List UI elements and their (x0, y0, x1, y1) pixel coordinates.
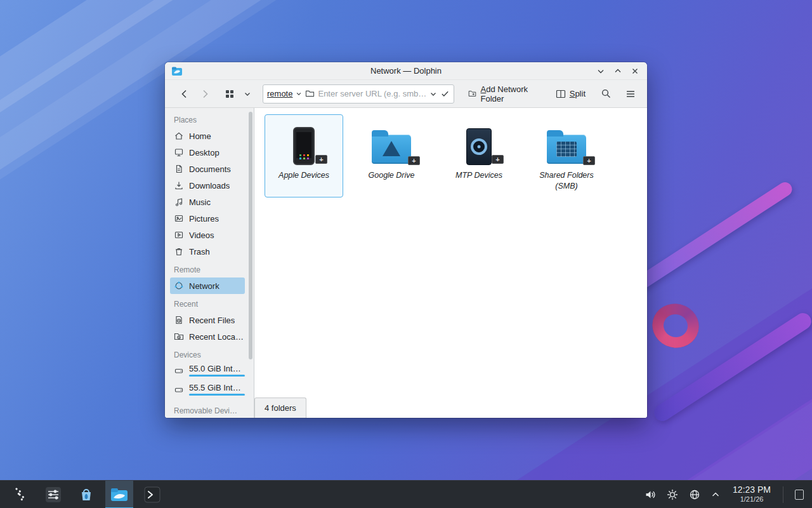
taskbar-panel: 12:23 PM 1/21/26 (0, 480, 812, 508)
hamburger-menu-button[interactable] (623, 84, 638, 104)
emblem-icon (408, 156, 420, 165)
emblem-icon (583, 156, 595, 165)
split-view-icon (556, 90, 566, 98)
documents-icon (174, 164, 184, 174)
sidebar-item-downloads[interactable]: Downloads (170, 177, 245, 194)
section-label-remote: Remote (174, 265, 247, 274)
network-tray-icon[interactable] (688, 488, 701, 501)
clock-time: 12:23 PM (733, 485, 771, 496)
app-launcher-button[interactable] (6, 481, 34, 508)
capacity-bar (189, 375, 245, 377)
sidebar-item-desktop[interactable]: Desktop (170, 144, 245, 161)
sidebar-item-pictures[interactable]: Pictures (170, 210, 245, 227)
url-dropdown-chevron[interactable] (429, 90, 437, 98)
apple-devices-icon (293, 127, 315, 165)
scrollbar-thumb[interactable] (249, 112, 252, 359)
minimize-button[interactable] (595, 65, 606, 77)
sidebar-item-music[interactable]: Music (170, 194, 245, 210)
harddisk-icon (174, 366, 184, 376)
recent-files-icon (174, 315, 184, 325)
sidebar-item-home[interactable]: Home (170, 128, 245, 144)
wallpaper-ring (648, 298, 704, 352)
smb-folder-icon (547, 135, 586, 164)
folder-view[interactable]: Apple Devices Google Drive (254, 108, 647, 418)
file-item-mtp-devices[interactable]: MTP Devices (440, 114, 518, 197)
pictures-icon (174, 213, 184, 224)
sidebar-item-documents[interactable]: Documents (170, 161, 245, 177)
section-label-removable-devices: Removable Devi… (174, 406, 247, 415)
file-item-google-drive[interactable]: Google Drive (352, 114, 431, 197)
window-title: Network — Dolphin (165, 66, 647, 76)
music-icon (174, 197, 184, 207)
back-button[interactable] (176, 84, 193, 104)
forward-button[interactable] (197, 84, 213, 104)
sidebar-item-recent-files[interactable]: Recent Files (170, 312, 245, 328)
volume-icon[interactable] (644, 488, 657, 501)
window-titlebar[interactable]: Network — Dolphin (165, 62, 647, 80)
add-network-folder-button[interactable]: Add Network Folder (463, 84, 543, 104)
folder-add-icon (468, 89, 476, 98)
capacity-bar (189, 394, 245, 396)
sidebar-item-recent-locations[interactable]: Recent Loca… (170, 328, 245, 345)
network-icon (174, 281, 184, 291)
search-button[interactable] (598, 84, 614, 104)
discover-icon (77, 486, 95, 504)
expand-tray-chevron[interactable] (710, 490, 721, 500)
panel-divider (783, 486, 783, 503)
file-item-shared-folders-smb[interactable]: Shared Folders (SMB) (527, 114, 606, 197)
maximize-button[interactable] (612, 65, 624, 77)
show-desktop-button[interactable] (793, 486, 806, 504)
url-protocol-button[interactable]: remote (267, 89, 292, 98)
google-drive-icon (372, 135, 411, 164)
brightness-icon[interactable] (666, 488, 679, 501)
sidebar-item-network[interactable]: Network (170, 277, 245, 294)
search-icon (601, 88, 612, 99)
sidebar-item-trash[interactable]: Trash (170, 243, 245, 260)
section-label-devices: Devices (174, 351, 247, 359)
show-desktop-icon (795, 490, 804, 500)
mtp-devices-icon (466, 128, 492, 165)
recent-locations-icon (174, 331, 184, 342)
konsole-icon (143, 486, 161, 504)
discover-task[interactable] (72, 481, 100, 508)
system-settings-task[interactable] (39, 481, 67, 508)
go-checkmark-icon[interactable] (440, 89, 450, 98)
dolphin-window: Network — Dolphin remote (165, 62, 647, 418)
places-scrollbar[interactable] (247, 108, 254, 418)
protocol-dropdown-chevron[interactable] (296, 91, 302, 97)
status-bar: 4 folders (254, 398, 306, 418)
trash-icon (174, 246, 184, 257)
harddisk-icon (174, 385, 184, 395)
dolphin-task-icon (110, 485, 129, 504)
file-item-apple-devices[interactable]: Apple Devices (265, 114, 343, 197)
clock-date: 1/21/26 (733, 495, 771, 504)
view-mode-dropdown-chevron[interactable] (241, 84, 254, 104)
system-settings-icon (44, 486, 62, 504)
sidebar-item-videos[interactable]: Videos (170, 227, 245, 243)
close-button[interactable] (629, 65, 641, 77)
server-url-input[interactable]: Enter server URL (e.g. smb… (318, 89, 426, 98)
sidebar-item-disk-55-0[interactable]: 55.0 GiB Int… (170, 363, 245, 382)
wallpaper-tube (632, 180, 794, 291)
home-icon (174, 131, 184, 141)
places-panel: Places Home Desktop Documents Downloads … (165, 108, 247, 418)
dolphin-task[interactable] (105, 481, 133, 508)
hamburger-icon (625, 90, 636, 98)
section-label-recent: Recent (174, 300, 247, 309)
emblem-icon (315, 155, 327, 164)
downloads-icon (174, 180, 184, 190)
main-toolbar: remote Enter server URL (e.g. smb… Add N… (165, 80, 647, 108)
desktop-icon (174, 147, 184, 157)
location-bar[interactable]: remote Enter server URL (e.g. smb… (263, 84, 454, 104)
clock-widget[interactable]: 12:23 PM 1/21/26 (733, 485, 771, 504)
konsole-task[interactable] (138, 481, 166, 508)
videos-icon (174, 230, 184, 240)
emblem-icon (492, 155, 504, 164)
section-label-places: Places (174, 116, 247, 124)
folder-icon (305, 90, 315, 98)
kickoff-icon (11, 485, 30, 504)
sidebar-item-disk-55-5[interactable]: 55.5 GiB Int… (170, 382, 245, 401)
view-mode-button[interactable] (222, 84, 237, 104)
split-button[interactable]: Split (551, 84, 591, 104)
